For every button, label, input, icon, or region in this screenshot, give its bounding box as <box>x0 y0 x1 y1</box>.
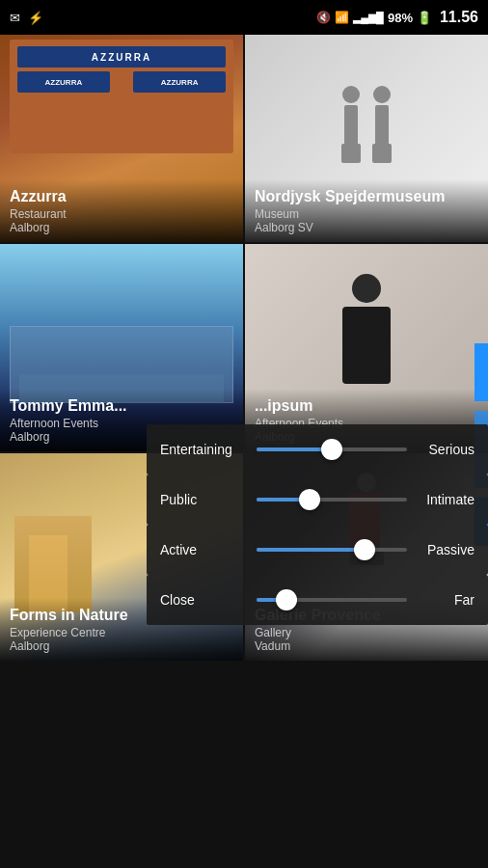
slider-entertaining-label-left: Entertaining <box>160 442 247 457</box>
slider-close-thumb[interactable] <box>276 589 297 610</box>
status-bar-right: 🔇 📶 ▂▄▆█ 98% 🔋 11.56 <box>316 9 478 26</box>
slider-entertaining[interactable]: Entertaining Serious <box>147 424 488 475</box>
slider-active-track[interactable] <box>257 548 407 552</box>
card-galerie-location: Vadum <box>255 639 478 653</box>
signal-icon: ▂▄▆█ <box>353 12 384 24</box>
battery-percent: 98% <box>388 11 413 25</box>
card-nordjysk-location: Aalborg SV <box>255 221 478 234</box>
card-azzurra-overlay: Azzurra Restaurant Aalborg <box>0 179 243 242</box>
card-ipsum-title: ...ipsum <box>255 396 478 415</box>
slider-public-label-right: Intimate <box>417 492 474 507</box>
card-placeholder-right <box>245 663 488 868</box>
card-forms-category: Experience Centre <box>10 626 233 639</box>
slider-close-track[interactable] <box>257 598 407 602</box>
card-nordjysk-title: Nordjysk Spejdermuseum <box>255 187 478 205</box>
card-nordjysk[interactable]: Nordjysk Spejdermuseum Museum Aalborg SV <box>245 35 488 242</box>
slider-public[interactable]: Public Intimate <box>147 475 488 525</box>
status-bar-left: ✉ ⚡ <box>10 11 43 25</box>
card-galerie-category: Gallery <box>255 626 478 639</box>
slider-entertaining-thumb[interactable] <box>321 439 342 460</box>
slider-active-label-left: Active <box>160 542 247 557</box>
card-azzurra[interactable]: AZZURRA AZZURRA AZZURRA Azzurra Restaura… <box>0 35 243 242</box>
usb-icon: ⚡ <box>28 11 43 25</box>
card-forms-location: Aalborg <box>10 639 233 653</box>
slider-public-track[interactable] <box>257 498 407 502</box>
card-nordjysk-category: Museum <box>255 207 478 221</box>
card-azzurra-location: Aalborg <box>10 221 233 234</box>
accent-rect-1 <box>474 343 488 401</box>
card-azzurra-title: Azzurra <box>10 187 233 205</box>
wifi-icon: 📶 <box>335 11 349 24</box>
status-bar: ✉ ⚡ 🔇 📶 ▂▄▆█ 98% 🔋 11.56 <box>0 0 488 35</box>
slider-active-fill <box>257 548 365 552</box>
slider-active-thumb[interactable] <box>354 539 375 560</box>
card-placeholder-left <box>0 663 243 868</box>
card-azzurra-category: Restaurant <box>10 207 233 221</box>
slider-active-label-right: Passive <box>417 542 474 557</box>
slider-public-label-left: Public <box>160 492 247 507</box>
slider-active[interactable]: Active Passive <box>147 525 488 575</box>
email-icon: ✉ <box>10 11 20 25</box>
slider-close-label-left: Close <box>160 592 247 608</box>
card-ipsum[interactable]: ...ipsum Afternoon Events Aalborg <box>245 244 488 451</box>
battery-icon: 🔋 <box>417 11 432 25</box>
card-nordjysk-overlay: Nordjysk Spejdermuseum Museum Aalborg SV <box>245 179 488 242</box>
card-tommy-title: Tommy Emma... <box>10 396 233 415</box>
clock: 11.56 <box>440 9 478 26</box>
slider-close-label-right: Far <box>417 592 474 608</box>
card-tommy[interactable]: Tommy Emma... Afternoon Events Aalborg <box>0 244 243 451</box>
slider-close[interactable]: Close Far <box>147 575 488 625</box>
slider-entertaining-track[interactable] <box>257 448 407 451</box>
slider-public-thumb[interactable] <box>299 489 320 510</box>
mute-icon: 🔇 <box>316 11 331 24</box>
slider-entertaining-label-right: Serious <box>417 442 474 457</box>
